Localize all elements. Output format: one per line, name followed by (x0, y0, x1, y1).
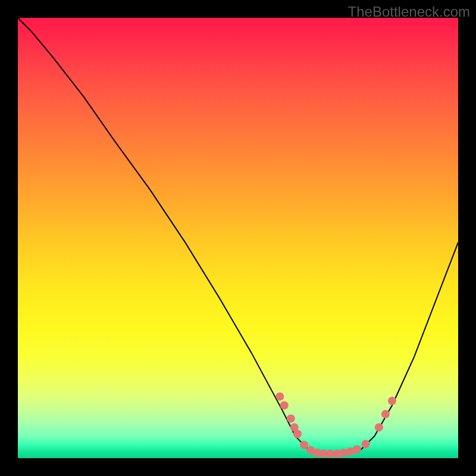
curve-marker-group (275, 392, 396, 458)
curve-marker (375, 423, 383, 431)
watermark-text: TheBottleneck.com (348, 4, 470, 20)
chart-plot-area (18, 18, 458, 458)
curve-marker (388, 397, 396, 405)
curve-marker (275, 392, 284, 400)
curve-marker (300, 441, 308, 449)
curve-marker (287, 414, 295, 422)
curve-marker (353, 445, 361, 453)
curve-marker (293, 430, 302, 438)
curve-marker (362, 440, 370, 448)
curve-marker (381, 410, 390, 418)
bottleneck-curve (18, 18, 458, 454)
chart-svg (18, 18, 458, 458)
curve-marker (280, 401, 289, 409)
